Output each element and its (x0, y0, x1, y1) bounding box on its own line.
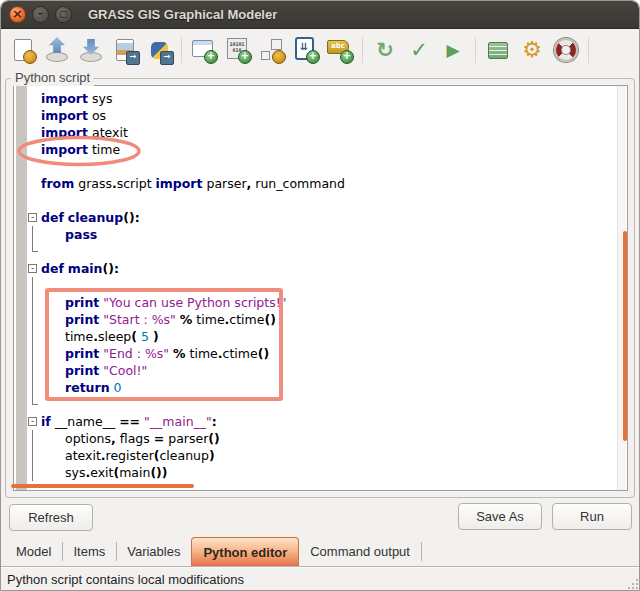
redraw-model-icon[interactable] (369, 34, 401, 66)
save-model-icon[interactable] (75, 34, 107, 66)
toolbar-separator (362, 37, 363, 63)
export-image-icon[interactable] (109, 34, 141, 66)
code-line[interactable]: from grass.script import parser, run_com… (14, 175, 627, 192)
tab-command-output[interactable]: Command output (299, 537, 421, 566)
maximize-button[interactable] (55, 6, 72, 23)
model-variables-icon[interactable] (482, 34, 514, 66)
add-data-icon[interactable] (222, 34, 254, 66)
help-icon[interactable] (550, 34, 582, 66)
code-line[interactable]: -def main(): (14, 260, 627, 277)
code-line[interactable]: atexit.register(cleanup) (14, 447, 627, 464)
horizontal-scrollbar[interactable] (11, 484, 194, 488)
code-line[interactable]: sys.exit(main()) (14, 464, 627, 481)
code-line[interactable]: import atexit (14, 124, 627, 141)
code-line[interactable]: time.sleep( 5 ) (14, 328, 627, 345)
code-line[interactable]: import sys (14, 90, 627, 107)
code-line[interactable] (14, 243, 627, 260)
code-line[interactable] (14, 192, 627, 209)
minimize-button[interactable] (32, 6, 49, 23)
tab-variables[interactable]: Variables (116, 537, 191, 566)
model-properties-icon[interactable] (516, 34, 548, 66)
code-line[interactable]: print "Cool!" (14, 362, 627, 379)
fold-marker[interactable]: - (28, 417, 37, 426)
python-script-frame-label: Python script (11, 70, 94, 86)
status-text: Python script contains local modificatio… (7, 572, 244, 587)
tab-python-editor[interactable]: Python editor (191, 537, 299, 566)
code-line[interactable]: -def cleanup(): (14, 209, 627, 226)
code-line[interactable]: pass (14, 226, 627, 243)
refresh-button[interactable]: Refresh (9, 504, 93, 531)
fold-marker[interactable]: - (28, 213, 37, 222)
tab-model[interactable]: Model (5, 537, 62, 566)
close-button[interactable] (9, 6, 26, 23)
run-model-icon[interactable] (437, 34, 469, 66)
add-relation-icon[interactable] (256, 34, 288, 66)
validate-model-icon[interactable] (403, 34, 435, 66)
titlebar: GRASS GIS Graphical Modeler (1, 1, 639, 29)
open-model-icon[interactable] (41, 34, 73, 66)
code-line[interactable]: -if __name__ == "__main__": (14, 413, 627, 430)
code-lines: import sysimport osimport atexitimport t… (14, 86, 627, 490)
grass-modeler-window: GRASS GIS Graphical Modeler Python scrip… (0, 0, 640, 591)
toolbar-separator (588, 37, 589, 63)
code-line[interactable] (14, 158, 627, 175)
toolbar-separator (181, 37, 182, 63)
add-loop-icon[interactable] (290, 34, 322, 66)
export-python-icon[interactable] (143, 34, 175, 66)
code-line[interactable]: return 0 (14, 379, 627, 396)
tab-bar: ModelItemsVariablesPython editorCommand … (1, 537, 640, 566)
code-line[interactable]: import time (14, 141, 627, 158)
add-command-icon[interactable] (188, 34, 220, 66)
new-model-icon[interactable] (7, 34, 39, 66)
vertical-scrollbar[interactable] (623, 231, 627, 441)
code-line[interactable]: options, flags = parser() (14, 430, 627, 447)
toolbar-separator (475, 37, 476, 63)
toolbar (1, 29, 639, 71)
add-comment-icon[interactable] (324, 34, 356, 66)
fold-marker[interactable]: - (28, 264, 37, 273)
code-line[interactable]: print "End : %s" % time.ctime() (14, 345, 627, 362)
code-line[interactable]: print "Start : %s" % time.ctime() (14, 311, 627, 328)
code-line[interactable] (14, 277, 627, 294)
code-line[interactable]: print "You can use Python scripts!" (14, 294, 627, 311)
status-bar: Python script contains local modificatio… (1, 566, 640, 591)
resize-grip[interactable] (626, 577, 638, 589)
save-as-button[interactable]: Save As (458, 503, 542, 530)
window-title: GRASS GIS Graphical Modeler (88, 7, 277, 22)
tab-items[interactable]: Items (62, 537, 116, 566)
python-script-editor[interactable]: import sysimport osimport atexitimport t… (13, 85, 628, 491)
run-button[interactable]: Run (552, 503, 632, 530)
code-line[interactable] (14, 396, 627, 413)
code-line[interactable]: import os (14, 107, 627, 124)
